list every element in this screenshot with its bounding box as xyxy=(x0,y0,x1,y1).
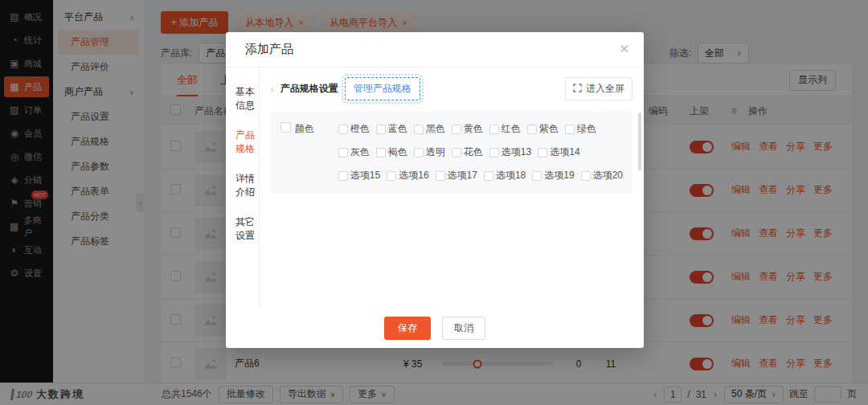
spec-option-checkbox[interactable] xyxy=(387,171,396,181)
spec-option-checkbox[interactable] xyxy=(338,125,348,134)
spec-option-褐色: 褐色 xyxy=(376,145,407,159)
spec-option-checkbox[interactable] xyxy=(489,148,499,158)
spec-option-选项14: 选项14 xyxy=(538,145,579,159)
spec-option-橙色: 橙色 xyxy=(338,122,370,136)
spec-option-花色: 花色 xyxy=(452,145,483,159)
spec-option-绿色: 绿色 xyxy=(565,122,596,136)
spec-option-label: 选项15 xyxy=(350,169,380,182)
spec-option-红色: 红色 xyxy=(489,122,521,136)
modal-footer: 保存 取消 xyxy=(226,308,644,348)
spec-option-label: 褐色 xyxy=(388,145,407,159)
spec-option-label: 红色 xyxy=(502,122,521,136)
spec-option-label: 选项17 xyxy=(448,169,477,182)
spec-group-checkbox[interactable] xyxy=(280,122,291,133)
spec-option-label: 选项16 xyxy=(399,169,428,182)
spec-option-checkbox[interactable] xyxy=(414,125,424,134)
fullscreen-icon xyxy=(573,84,582,95)
spec-section-title: 产品规格设置 xyxy=(280,82,338,96)
spec-option-label: 绿色 xyxy=(577,122,596,136)
spec-option-checkbox[interactable] xyxy=(452,148,461,158)
spec-options-panel: 颜色 橙色蓝色黑色黄色红色紫色绿色灰色褐色透明花色选项13选项14选项15选项1… xyxy=(271,112,633,193)
spec-option-选项17: 选项17 xyxy=(436,169,477,182)
fullscreen-button[interactable]: 进入全屏 xyxy=(565,77,633,100)
fullscreen-label: 进入全屏 xyxy=(586,82,624,96)
manage-specs-button[interactable]: 管理产品规格 xyxy=(345,77,420,100)
spec-option-row: 橙色蓝色黑色黄色红色紫色绿色 xyxy=(338,122,623,136)
modal-title: 添加产品 xyxy=(245,42,293,57)
save-button[interactable]: 保存 xyxy=(384,317,431,340)
spec-group-label: 颜色 xyxy=(295,122,314,136)
spec-option-label: 灰色 xyxy=(350,145,370,159)
modal-tab-rail: 基本信息产品规格详情介绍其它设置 xyxy=(226,68,260,308)
spec-option-label: 选项20 xyxy=(593,169,623,182)
spec-option-label: 蓝色 xyxy=(388,122,407,136)
spec-option-label: 黄色 xyxy=(464,122,483,136)
spec-option-灰色: 灰色 xyxy=(338,145,370,159)
modal-tab-产品规格[interactable]: 产品规格 xyxy=(226,121,259,164)
spec-option-label: 选项14 xyxy=(550,145,579,159)
spec-option-label: 花色 xyxy=(464,145,483,159)
spec-option-选项16: 选项16 xyxy=(387,169,428,182)
spec-option-紫色: 紫色 xyxy=(527,122,559,136)
spec-option-选项18: 选项18 xyxy=(484,169,526,182)
spec-option-黑色: 黑色 xyxy=(414,122,445,136)
spec-option-checkbox[interactable] xyxy=(484,171,493,181)
modal-header: 添加产品 ✕ xyxy=(226,32,644,68)
spec-option-选项20: 选项20 xyxy=(581,169,623,182)
spec-option-checkbox[interactable] xyxy=(376,148,386,158)
spec-option-row: 灰色褐色透明花色选项13选项14 xyxy=(338,145,623,159)
close-icon[interactable]: ✕ xyxy=(619,42,629,56)
spec-option-checkbox[interactable] xyxy=(376,125,386,134)
spec-options: 橙色蓝色黑色黄色红色紫色绿色灰色褐色透明花色选项13选项14选项15选项16选项… xyxy=(338,122,623,182)
add-product-modal: 添加产品 ✕ 基本信息产品规格详情介绍其它设置 ‹ 产品规格设置 管理产品规格 … xyxy=(226,32,644,348)
spec-option-label: 选项18 xyxy=(496,169,526,182)
modal-tab-基本信息[interactable]: 基本信息 xyxy=(226,77,259,121)
spec-option-蓝色: 蓝色 xyxy=(376,122,407,136)
spec-option-checkbox[interactable] xyxy=(452,125,461,134)
spec-option-label: 选项13 xyxy=(502,145,531,159)
spec-option-label: 橙色 xyxy=(350,122,370,136)
spec-option-label: 透明 xyxy=(426,145,445,159)
spec-option-checkbox[interactable] xyxy=(338,171,348,181)
spec-option-label: 选项19 xyxy=(544,169,574,182)
spec-option-checkbox[interactable] xyxy=(538,148,547,158)
spec-option-checkbox[interactable] xyxy=(565,125,575,134)
chevron-left-icon: ‹ xyxy=(271,84,274,95)
spec-option-checkbox[interactable] xyxy=(338,148,348,158)
spec-option-透明: 透明 xyxy=(414,145,445,159)
cancel-button[interactable]: 取消 xyxy=(442,317,485,340)
spec-section-header: ‹ 产品规格设置 管理产品规格 进入全屏 xyxy=(271,77,633,100)
spec-option-选项13: 选项13 xyxy=(489,145,531,159)
spec-option-checkbox[interactable] xyxy=(527,125,537,134)
modal-content: ‹ 产品规格设置 管理产品规格 进入全屏 颜色 橙色蓝色黑色黄色红色紫色绿色灰色… xyxy=(260,68,644,308)
spec-option-checkbox[interactable] xyxy=(581,171,591,181)
modal-body: 基本信息产品规格详情介绍其它设置 ‹ 产品规格设置 管理产品规格 进入全屏 颜色 xyxy=(226,68,644,308)
modal-tab-其它设置[interactable]: 其它设置 xyxy=(226,207,259,251)
spec-option-checkbox[interactable] xyxy=(532,171,542,181)
spec-option-checkbox[interactable] xyxy=(489,125,499,134)
spec-option-checkbox[interactable] xyxy=(436,171,445,181)
spec-option-label: 黑色 xyxy=(426,122,445,136)
spec-option-label: 紫色 xyxy=(539,122,559,136)
spec-option-checkbox[interactable] xyxy=(414,148,424,158)
spec-option-row: 选项15选项16选项17选项18选项19选项20 xyxy=(338,169,623,182)
modal-tab-详情介绍[interactable]: 详情介绍 xyxy=(226,164,259,207)
spec-option-黄色: 黄色 xyxy=(452,122,483,136)
spec-option-选项19: 选项19 xyxy=(532,169,574,182)
modal-scrollbar[interactable] xyxy=(638,112,641,170)
spec-option-选项15: 选项15 xyxy=(338,169,380,182)
